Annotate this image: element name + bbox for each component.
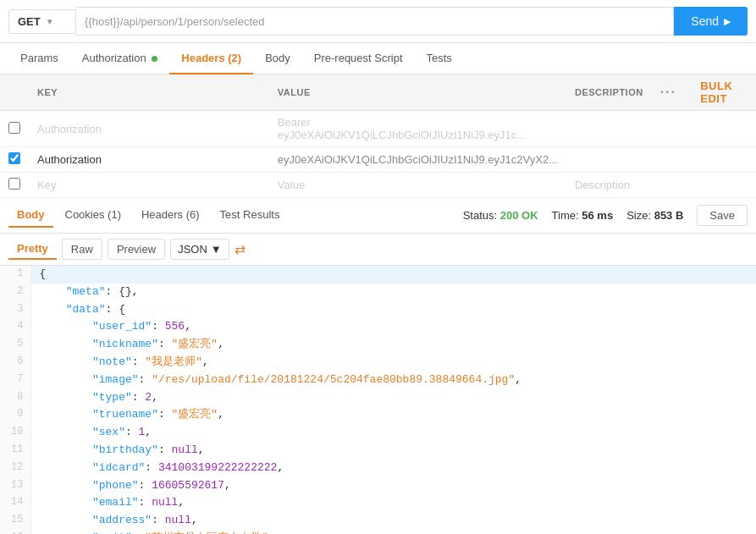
line-content: "nickname": "盛宏亮", xyxy=(30,336,756,354)
row3-actions xyxy=(652,173,693,198)
row3-value: Value xyxy=(269,173,566,198)
response-status: Status: 200 OK Time: 56 ms Size: 853 B S… xyxy=(463,205,748,226)
row1-checkbox-cell[interactable] xyxy=(0,111,29,147)
method-select[interactable]: GET ▼ xyxy=(8,9,76,34)
row1-key: Authorization xyxy=(29,111,269,147)
code-line: 3 "data": { xyxy=(0,301,756,319)
time-label: Time: 56 ms xyxy=(552,209,614,222)
row2-extra xyxy=(692,147,756,173)
row2-value: eyJ0eXAiOiJKV1QiLCJhbGciOiJIUzI1NiJ9.eyJ… xyxy=(269,147,566,173)
row3-checkbox[interactable] xyxy=(8,178,20,190)
send-button[interactable]: Send ▶ xyxy=(674,7,748,36)
send-arrow-icon: ▶ xyxy=(724,16,731,27)
line-content: "truename": "盛宏亮", xyxy=(30,406,756,424)
code-line: 4 "user_id": 556, xyxy=(0,318,756,336)
line-content: "birthday": null, xyxy=(30,442,756,460)
row3-description: Description xyxy=(566,173,652,198)
code-line: 10 "sex": 1, xyxy=(0,424,756,442)
line-number: 9 xyxy=(0,406,30,424)
save-button[interactable]: Save xyxy=(697,205,748,226)
col-key-header: KEY xyxy=(29,74,269,111)
line-number: 7 xyxy=(0,372,30,389)
row3-checkbox-cell[interactable] xyxy=(0,173,29,198)
row2-checkbox-cell[interactable] xyxy=(0,147,29,173)
col-bulkedit-header: Bulk Edit xyxy=(692,74,756,111)
code-line: 13 "phone": 16605592617, xyxy=(0,477,756,495)
line-number: 4 xyxy=(0,318,30,336)
row1-extra xyxy=(692,111,756,147)
size-label: Size: 853 B xyxy=(626,209,683,222)
code-line: 2 "meta": {}, xyxy=(0,284,756,301)
code-line: 1{ xyxy=(0,266,756,284)
table-row: Key Value Description xyxy=(0,173,756,198)
row2-key: Authorization xyxy=(29,147,269,173)
row2-checkbox[interactable] xyxy=(8,152,20,164)
resp-tab-test-results[interactable]: Test Results xyxy=(212,203,289,228)
method-label: GET xyxy=(18,15,41,28)
tab-params[interactable]: Params xyxy=(8,43,70,74)
size-value: 853 B xyxy=(654,209,684,222)
line-content: "meta": {}, xyxy=(30,284,756,301)
code-table: 1{2 "meta": {},3 "data": {4 "user_id": 5… xyxy=(0,266,756,534)
tab-headers[interactable]: Headers (2) xyxy=(169,43,253,74)
send-label: Send xyxy=(691,14,719,28)
col-description-header: DESCRIPTION xyxy=(566,74,652,111)
url-input[interactable] xyxy=(76,7,674,36)
line-number: 5 xyxy=(0,336,30,354)
row2-actions xyxy=(652,147,693,173)
row2-description xyxy=(566,147,652,173)
pretty-button[interactable]: Pretty xyxy=(8,239,57,260)
code-line: 9 "truename": "盛宏亮", xyxy=(0,406,756,424)
json-arrow-icon: ▼ xyxy=(211,243,222,256)
line-content: "phone": 16605592617, xyxy=(30,477,756,495)
table-row: Authorization eyJ0eXAiOiJKV1QiLCJhbGciOi… xyxy=(0,147,756,173)
code-line: 15 "address": null, xyxy=(0,512,756,530)
json-dropdown[interactable]: JSON ▼ xyxy=(170,239,229,260)
preview-button[interactable]: Preview xyxy=(108,239,165,260)
tab-body[interactable]: Body xyxy=(253,43,302,74)
json-label: JSON xyxy=(178,243,207,256)
code-line: 7 "image": "/res/upload/file/20181224/5c… xyxy=(0,372,756,389)
resp-tab-cookies[interactable]: Cookies (1) xyxy=(57,203,130,228)
status-value: 200 OK xyxy=(500,209,538,222)
table-row: Authorization Bearer eyJ0eXAiOiJKV1QiLCJ… xyxy=(0,111,756,147)
col-dots-header: ··· xyxy=(652,74,693,111)
dots-icon[interactable]: ··· xyxy=(660,85,676,99)
line-number: 16 xyxy=(0,530,30,534)
row3-extra xyxy=(692,173,756,198)
request-tabs: Params Authorization Headers (2) Body Pr… xyxy=(0,43,756,74)
line-content: "user_id": 556, xyxy=(30,318,756,336)
code-line: 16 "unit": "苏州市吴中区东山中学", xyxy=(0,530,756,534)
row1-checkbox[interactable] xyxy=(8,122,20,134)
time-value: 56 ms xyxy=(582,209,613,222)
tab-tests[interactable]: Tests xyxy=(415,43,464,74)
line-content: "sex": 1, xyxy=(30,424,756,442)
wrap-icon[interactable]: ⇄ xyxy=(235,241,246,257)
line-number: 6 xyxy=(0,354,30,372)
row1-value: Bearer eyJ0eXAiOiJKV1QiLCJhbGciOiJIUzI1N… xyxy=(269,111,566,147)
line-number: 3 xyxy=(0,301,30,319)
resp-tab-headers[interactable]: Headers (6) xyxy=(133,203,208,228)
authorization-dot xyxy=(152,56,157,62)
line-number: 12 xyxy=(0,460,30,477)
tab-prerequest[interactable]: Pre-request Script xyxy=(302,43,415,74)
line-number: 11 xyxy=(0,442,30,460)
line-content: "address": null, xyxy=(30,512,756,530)
line-number: 14 xyxy=(0,494,30,512)
row1-actions xyxy=(652,111,693,147)
line-content: "idcard": 341003199222222222, xyxy=(30,460,756,477)
line-content: "data": { xyxy=(30,301,756,319)
resp-tab-body[interactable]: Body xyxy=(8,203,53,228)
line-content: "unit": "苏州市吴中区东山中学", xyxy=(30,530,756,534)
top-bar: GET ▼ Send ▶ xyxy=(0,0,756,43)
tab-authorization[interactable]: Authorization xyxy=(70,43,170,74)
line-number: 8 xyxy=(0,389,30,407)
line-number: 15 xyxy=(0,512,30,530)
line-content: "type": 2, xyxy=(30,389,756,407)
col-checkbox-header xyxy=(0,74,29,111)
method-arrow-icon: ▼ xyxy=(46,17,54,26)
code-area: 1{2 "meta": {},3 "data": {4 "user_id": 5… xyxy=(0,266,756,534)
bulk-edit-button[interactable]: Bulk Edit xyxy=(700,80,736,105)
line-content: "note": "我是老师", xyxy=(30,354,756,372)
raw-button[interactable]: Raw xyxy=(62,239,102,260)
